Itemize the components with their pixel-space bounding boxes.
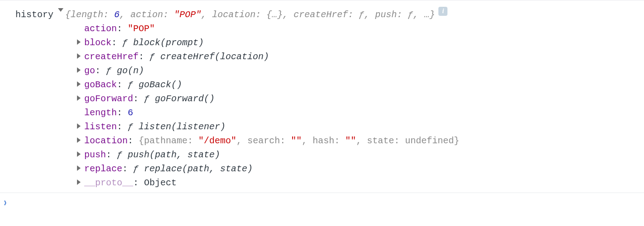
prop-key: block: [84, 38, 111, 48]
prop-value-string: "POP": [128, 24, 155, 34]
separator: ,: [236, 136, 247, 146]
property-listen[interactable]: listen: ƒ listen(listener): [77, 120, 644, 134]
brace-open: {: [139, 136, 144, 146]
preview-key: push:: [375, 9, 402, 20]
prop-key: goForward: [84, 94, 133, 104]
console-prompt-line[interactable]: ›: [0, 193, 644, 214]
colon: :: [133, 94, 144, 104]
fn-glyph: ƒ: [117, 150, 122, 160]
fn-glyph: ƒ: [128, 122, 133, 132]
object-preview[interactable]: {length: 6, action: "POP", location: {…}…: [65, 8, 435, 22]
fn-signature: goBack(): [139, 80, 182, 90]
location-preview: {pathname: "/demo", search: "", hash: ""…: [139, 136, 459, 146]
expand-icon[interactable]: [77, 95, 81, 101]
colon: :: [95, 66, 106, 76]
fn-signature: push(path, state): [128, 150, 220, 160]
loc-value-string: "": [345, 136, 356, 146]
prop-key: location: [84, 136, 128, 146]
preview-value-fn: ƒ: [408, 9, 413, 20]
separator: ,: [364, 9, 375, 20]
loc-value-string: "": [291, 136, 302, 146]
loc-value-undefined: undefined: [405, 136, 454, 146]
colon: :: [139, 52, 149, 62]
fn-glyph: ƒ: [128, 80, 133, 90]
prop-key: replace: [84, 164, 122, 174]
prop-key: createHref: [84, 52, 139, 62]
fn-signature: goForward(): [155, 94, 215, 104]
fn-glyph: ƒ: [149, 52, 155, 62]
property-createHref[interactable]: createHref: ƒ createHref(location): [77, 50, 644, 64]
expand-icon[interactable]: [77, 67, 81, 73]
property-go[interactable]: go: ƒ go(n): [77, 64, 644, 78]
property-location[interactable]: location: {pathname: "/demo", search: ""…: [77, 134, 644, 148]
expand-icon[interactable]: [77, 137, 81, 143]
fn-glyph: ƒ: [133, 164, 139, 174]
fn-glyph: ƒ: [106, 66, 111, 76]
separator: ,: [356, 136, 367, 146]
property-length[interactable]: length: 6: [77, 106, 644, 120]
info-icon[interactable]: i: [438, 7, 447, 16]
brace-close: }: [429, 9, 435, 20]
brace-open: {: [65, 9, 71, 20]
prop-key: listen: [84, 122, 117, 132]
fn-glyph: ƒ: [122, 38, 128, 48]
variable-name: history: [15, 8, 58, 22]
preview-key: location:: [212, 9, 261, 20]
preview-value-fn: ƒ: [359, 9, 364, 20]
fn-signature: createHref(location): [160, 52, 269, 62]
expand-icon[interactable]: [77, 179, 81, 185]
object-tree: action: "POP" block: ƒ block(prompt) cre…: [0, 22, 644, 190]
fn-signature: listen(listener): [139, 122, 226, 132]
prop-key: goBack: [84, 80, 117, 90]
expand-toggle-icon[interactable]: [58, 8, 63, 12]
preview-value-object: {…}: [266, 9, 283, 20]
property-action[interactable]: action: "POP": [77, 22, 644, 36]
colon: :: [117, 80, 128, 90]
loc-key: state:: [367, 136, 399, 146]
expand-icon[interactable]: [77, 151, 81, 157]
expand-icon[interactable]: [77, 53, 81, 59]
property-proto[interactable]: __proto__: Object: [77, 176, 644, 190]
prop-value-number: 6: [128, 108, 133, 118]
object-preview-line[interactable]: history {length: 6, action: "POP", locat…: [0, 8, 644, 22]
prop-key: go: [84, 66, 95, 76]
property-block[interactable]: block: ƒ block(prompt): [77, 36, 644, 50]
colon: :: [122, 164, 133, 174]
fn-glyph: ƒ: [144, 94, 149, 104]
expand-icon[interactable]: [77, 165, 81, 171]
property-goBack[interactable]: goBack: ƒ goBack(): [77, 78, 644, 92]
prop-key: push: [84, 150, 106, 160]
colon: :: [128, 136, 139, 146]
separator: ,: [120, 9, 130, 20]
prop-value-object: Object: [144, 178, 177, 188]
colon: :: [117, 122, 128, 132]
property-replace[interactable]: replace: ƒ replace(path, state): [77, 162, 644, 176]
colon: :: [133, 178, 144, 188]
prompt-chevron-icon: ›: [3, 194, 8, 212]
loc-key: search:: [247, 136, 285, 146]
fn-signature: go(n): [117, 66, 144, 76]
preview-key: length:: [71, 9, 109, 20]
console-log-entry: history {length: 6, action: "POP", locat…: [0, 0, 644, 214]
property-goForward[interactable]: goForward: ƒ goForward(): [77, 92, 644, 106]
expand-icon[interactable]: [77, 39, 81, 45]
colon: :: [117, 24, 128, 34]
separator: ,: [201, 9, 212, 20]
prop-key: action: [84, 24, 117, 34]
expand-icon[interactable]: [77, 81, 81, 87]
loc-key: pathname:: [144, 136, 193, 146]
prop-key: length: [84, 108, 117, 118]
separator: ,: [413, 9, 424, 20]
separator: ,: [283, 9, 293, 20]
fn-signature: block(prompt): [133, 38, 204, 48]
preview-ellipsis: …: [424, 9, 429, 20]
colon: :: [111, 38, 122, 48]
property-push[interactable]: push: ƒ push(path, state): [77, 148, 644, 162]
brace-close: }: [454, 136, 459, 146]
loc-value-string: "/demo": [198, 136, 236, 146]
preview-value-string: "POP": [174, 9, 201, 20]
expand-icon[interactable]: [77, 123, 81, 129]
prop-key-proto: __proto__: [84, 178, 133, 188]
colon: :: [106, 150, 117, 160]
colon: :: [117, 108, 128, 118]
